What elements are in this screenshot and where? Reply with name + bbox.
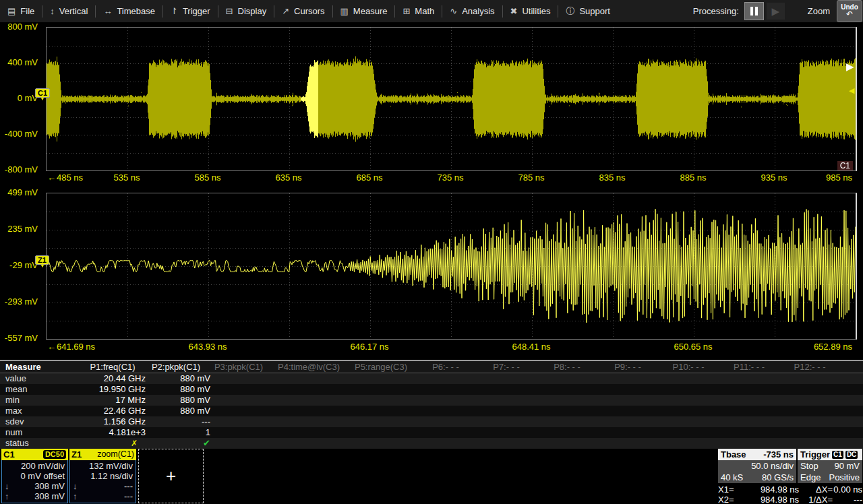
menu-item-math[interactable]: ⊞Math (395, 0, 442, 22)
add-trace-button[interactable]: + (138, 449, 204, 503)
measure-value-cell (759, 373, 824, 384)
axis-offset-arrow-icon: ← (47, 172, 56, 183)
measure-row-mean: mean19.950 GHz880 mV (0, 384, 863, 395)
main-waveform-plot[interactable] (46, 27, 857, 171)
timebase-box[interactable]: Tbase -735 ns 50.0 ns/div 40 kS 80 GS/s (718, 449, 796, 483)
measure-value-cell (500, 416, 565, 427)
c1-offset: 0 mV offset (2, 471, 67, 481)
trigger-level-marker-icon[interactable]: ◀ (849, 86, 854, 94)
z1-descriptor-box[interactable]: Z1 zoom(C1) 132 mV/div 1.12 ns/div ↓ ---… (69, 449, 136, 503)
x-axis-label: 885 ns (680, 172, 706, 183)
x2-value: 984.98 ns (742, 495, 799, 504)
measure-value-cell (283, 416, 363, 427)
invdx-label: 1/ΔX= (799, 495, 833, 504)
measure-column-header[interactable]: P6:- - - (415, 361, 476, 373)
c1-descriptor-body: 200 mV/div 0 mV offset ↓ 308 mV ↑ 308 mV (1, 460, 68, 503)
menu-item-utilities[interactable]: ✖Utilities (503, 0, 558, 22)
trigger-box[interactable]: Trigger C1 DC Stop 90 mV Edge Positive (798, 449, 862, 483)
x-axis-label: 935 ns (761, 172, 787, 183)
measure-column-header[interactable]: P5:range(C3) (347, 361, 415, 373)
measure-value-cell (824, 406, 863, 416)
z1-min-value: --- (124, 481, 133, 491)
pause-button[interactable] (744, 2, 764, 20)
z1-max-value: --- (124, 491, 133, 501)
measure-value-cell: 22.46 GHz (80, 406, 150, 416)
measure-column-header[interactable]: P4:time@lv(C3) (271, 361, 347, 373)
z1-title: Z1 (71, 449, 82, 460)
measure-value-cell (363, 395, 436, 406)
x1-label: X1= (718, 484, 742, 495)
menu-item-timebase[interactable]: ↔Timebase (96, 0, 162, 22)
measure-value-cell: --- (150, 416, 214, 427)
measure-value-cell (363, 406, 436, 416)
measure-column-header[interactable]: P11:- - - (719, 361, 779, 373)
menu-item-measure[interactable]: ▥Measure (333, 0, 395, 22)
measure-column-header[interactable]: P1:freq(C1) (80, 361, 146, 373)
menu-item-file[interactable]: ▤File (0, 0, 42, 22)
measure-status-cell (436, 438, 500, 449)
measure-status-cell (759, 438, 824, 449)
measure-value-cell (565, 427, 630, 438)
trigger-icon: ↾ (171, 6, 178, 16)
measure-value-cell: 1 (150, 427, 214, 438)
zoom-waveform-plot[interactable] (46, 193, 857, 340)
measure-title: Measure (0, 361, 80, 373)
menu-item-cursors[interactable]: ↗Cursors (274, 0, 332, 22)
measure-value-cell (759, 427, 824, 438)
y-axis-label: -29 mV (9, 260, 38, 270)
menu-item-vertical[interactable]: ↕Vertical (42, 0, 95, 22)
measure-column-header[interactable]: P12:- - - (779, 361, 840, 373)
menu-item-label: Support (579, 6, 610, 16)
measure-value-cell (436, 406, 500, 416)
measure-column-header[interactable]: P9:- - - (597, 361, 658, 373)
measure-value-cell (759, 384, 824, 395)
measure-value-cell (500, 395, 565, 406)
y-axis-label: 499 mV (7, 187, 38, 197)
measure-row-label: value (0, 373, 80, 384)
up-arrow-icon: ↑ (5, 491, 9, 501)
measure-status-cell (565, 438, 630, 449)
play-button[interactable]: ▶ (767, 3, 785, 20)
menu-item-display[interactable]: ⊟Display (218, 0, 274, 22)
measure-value-cell (759, 406, 824, 416)
trigger-body: Stop 90 mV Edge Positive (798, 460, 862, 483)
measure-row-min: min17 MHz880 mV (0, 395, 863, 406)
measure-status-cell (363, 438, 436, 449)
measure-column-header[interactable]: P3:pkpk(C1) (206, 361, 271, 373)
c1-max-value: 308 mV (34, 491, 65, 501)
menu-item-label: Timebase (117, 6, 155, 16)
measure-status-cell (283, 438, 363, 449)
measure-value-cell (694, 384, 759, 395)
menu-item-analysis[interactable]: ∿Analysis (442, 0, 502, 22)
undo-button[interactable]: Undo ↶ (837, 0, 862, 22)
timebase-perdiv: 50.0 ns/div (751, 460, 794, 472)
measure-column-header[interactable]: P2:pkpk(C1) (146, 361, 206, 373)
measure-value-cell (214, 373, 283, 384)
dx-label: ΔX= (799, 484, 833, 495)
y-axis-label: 800 mV (7, 22, 38, 32)
plus-icon: + (166, 466, 176, 486)
measure-column-header[interactable]: P8:- - - (537, 361, 597, 373)
measure-status-cell (214, 438, 283, 449)
x-axis-label: 785 ns (518, 172, 544, 183)
x1-value: 984.98 ns (742, 484, 799, 495)
timebase-title: Tbase (721, 449, 746, 460)
menu-item-support[interactable]: ⓘSupport (558, 0, 618, 22)
x-axis-label: 835 ns (599, 172, 625, 183)
c1-descriptor-header: C1 DC50 (1, 449, 68, 460)
c1-descriptor-box[interactable]: C1 DC50 200 mV/div 0 mV offset ↓ 308 mV … (1, 449, 68, 503)
measure-value-cell (283, 427, 363, 438)
y-axis-label: -400 mV (5, 129, 38, 139)
main-waveform-canvas[interactable] (47, 28, 856, 170)
invdx-value: --- (833, 495, 862, 504)
zoom-waveform-canvas[interactable] (47, 193, 856, 339)
measure-column-header[interactable]: P7:- - - (476, 361, 537, 373)
z1-vdiv: 132 mV/div (70, 461, 136, 471)
menu-item-trigger[interactable]: ↾Trigger (163, 0, 218, 22)
timebase-offset: -735 ns (763, 449, 794, 460)
menu-item-label: Math (415, 6, 434, 16)
x-axis-label: 635 ns (275, 172, 301, 183)
trigger-position-marker-icon[interactable]: ▶ (846, 63, 854, 71)
y-axis-label: -557 mV (5, 333, 38, 343)
measure-column-header[interactable]: P10:- - - (658, 361, 719, 373)
